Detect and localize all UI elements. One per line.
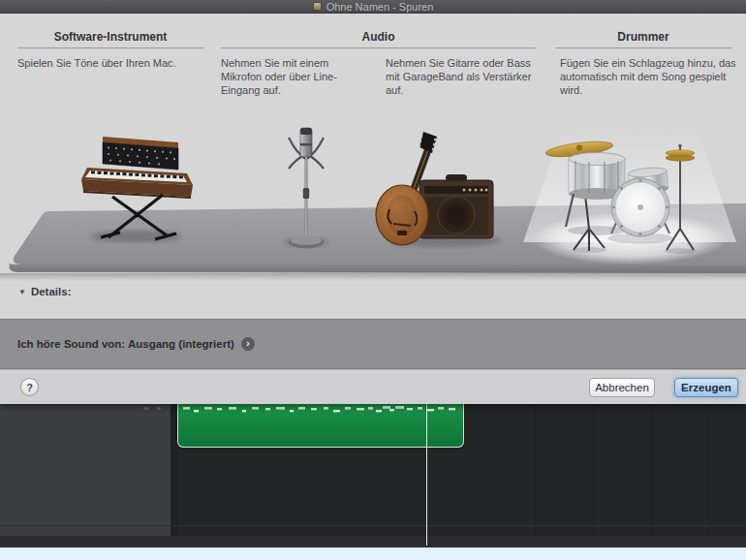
- dialog-footer: ? Abbrechen Erzeugen: [0, 369, 746, 404]
- sound-output-disclosure-button[interactable]: ›: [241, 337, 255, 351]
- header-underline: [221, 47, 536, 48]
- window-title: Ohne Namen - Spuren: [326, 1, 434, 13]
- amp: [420, 174, 493, 238]
- header-underline: [555, 47, 731, 48]
- synth-keybed: [81, 168, 193, 199]
- midi-notes-preview: [178, 404, 461, 445]
- create-button[interactable]: Erzeugen: [674, 378, 738, 397]
- drums-image[interactable]: [512, 114, 746, 269]
- tracks-area: [0, 404, 746, 547]
- chevron-right-icon: ›: [246, 338, 250, 349]
- track-control-glyph: [157, 407, 161, 410]
- track-header-column[interactable]: [0, 404, 178, 536]
- microphone-image[interactable]: [277, 124, 335, 252]
- details-disclosure[interactable]: ▼ Details:: [18, 286, 71, 297]
- sound-output-text: Ich höre Sound von: Ausgang (integriert): [17, 338, 234, 350]
- proxy-document-icon: [313, 2, 322, 11]
- desc-software-instrument: Spielen Sie Töne über Ihren Mac.: [17, 56, 231, 70]
- header-software-instrument: Software-Instrument: [17, 30, 203, 44]
- header-drummer: Drummer: [555, 30, 731, 44]
- track-control-glyph: [143, 407, 149, 410]
- header-underline: [17, 47, 203, 48]
- garageband-window: Ohne Namen - Spuren Software-Instrument …: [0, 0, 746, 560]
- window-titlebar[interactable]: Ohne Namen - Spuren: [0, 0, 746, 14]
- keyboard-instrument-image[interactable]: [76, 129, 197, 243]
- disclosure-triangle-icon: ▼: [18, 288, 26, 296]
- grid-line: [651, 404, 652, 536]
- header-audio: Audio: [221, 30, 536, 44]
- midi-region-green[interactable]: [177, 404, 464, 448]
- track-row-divider: [0, 525, 746, 526]
- grid-line: [535, 404, 536, 536]
- desc-audio-microphone: Nehmen Sie mit einem Mikrofon oder über …: [221, 56, 368, 97]
- details-label: Details:: [31, 286, 72, 297]
- transport-strip: [0, 547, 746, 560]
- grid-line: [593, 404, 594, 536]
- sound-output-row: Ich höre Sound von: Ausgang (integriert)…: [0, 319, 746, 369]
- help-button[interactable]: ?: [20, 378, 39, 396]
- new-track-dialog: Ohne Namen - Spuren Software-Instrument …: [0, 0, 746, 404]
- desc-drummer: Fügen Sie ein Schlagzeug hinzu, das auto…: [560, 56, 742, 97]
- question-mark-icon: ?: [26, 382, 33, 393]
- tracks-footer-strip: [0, 536, 746, 547]
- mic-stand: [289, 159, 324, 249]
- cancel-button[interactable]: Abbrechen: [589, 378, 655, 397]
- desc-audio-guitar: Nehmen Sie Gitarre oder Bass mit GarageB…: [386, 56, 539, 97]
- bass-drum: [611, 178, 669, 236]
- x-stand: [101, 195, 176, 239]
- synth-panel: [103, 137, 178, 170]
- grid-line: [709, 404, 710, 536]
- guitar-amp-image[interactable]: [371, 124, 502, 248]
- playhead[interactable]: [426, 404, 427, 545]
